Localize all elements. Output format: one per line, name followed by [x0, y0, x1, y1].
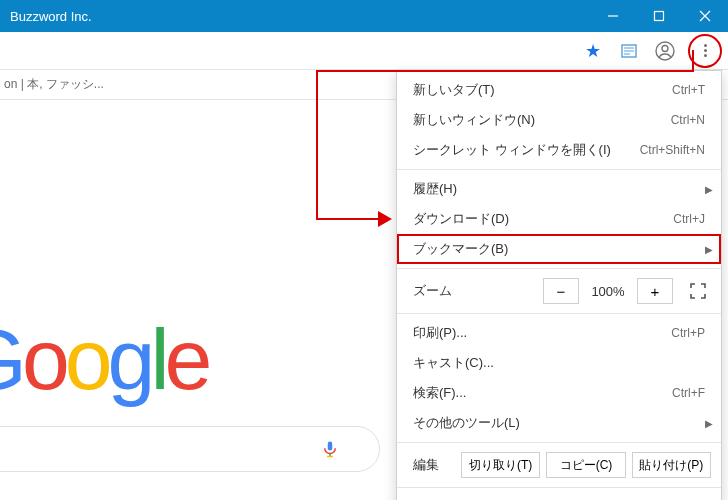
menu-separator: [397, 313, 721, 314]
menu-separator: [397, 442, 721, 443]
copy-button[interactable]: コピー(C): [546, 452, 625, 478]
menu-shortcut: Ctrl+J: [673, 212, 705, 226]
menu-label: 印刷(P)...: [413, 324, 671, 342]
menu-item-new-tab[interactable]: 新しいタブ(T) Ctrl+T: [397, 75, 721, 105]
menu-shortcut: Ctrl+P: [671, 326, 705, 340]
fullscreen-button[interactable]: [685, 278, 711, 304]
chevron-right-icon: ▶: [705, 184, 713, 195]
menu-shortcut: Ctrl+T: [672, 83, 705, 97]
menu-label: 編集: [413, 456, 455, 474]
menu-label: その他のツール(L): [413, 414, 705, 432]
browser-toolbar: ★: [0, 32, 728, 70]
menu-label: ダウンロード(D): [413, 210, 673, 228]
fullscreen-icon: [690, 283, 706, 299]
menu-item-edit: 編集 切り取り(T) コピー(C) 貼り付け(P): [397, 447, 721, 483]
menu-shortcut: Ctrl+Shift+N: [640, 143, 705, 157]
zoom-in-button[interactable]: +: [637, 278, 673, 304]
zoom-out-button[interactable]: −: [543, 278, 579, 304]
menu-item-incognito[interactable]: シークレット ウィンドウを開く(I) Ctrl+Shift+N: [397, 135, 721, 165]
menu-separator: [397, 268, 721, 269]
minimize-icon: [607, 10, 619, 22]
google-logo: Google: [0, 310, 207, 409]
menu-shortcut: Ctrl+F: [672, 386, 705, 400]
menu-item-zoom: ズーム − 100% +: [397, 273, 721, 309]
menu-separator: [397, 169, 721, 170]
window-titlebar: Buzzword Inc.: [0, 0, 728, 32]
close-icon: [699, 10, 711, 22]
menu-item-settings[interactable]: 設定(S): [397, 492, 721, 500]
paste-button[interactable]: 貼り付け(P): [632, 452, 711, 478]
chevron-right-icon: ▶: [705, 418, 713, 429]
chrome-main-menu: 新しいタブ(T) Ctrl+T 新しいウィンドウ(N) Ctrl+N シークレッ…: [396, 70, 722, 500]
close-button[interactable]: [682, 0, 728, 32]
menu-shortcut: Ctrl+N: [671, 113, 705, 127]
menu-item-more-tools[interactable]: その他のツール(L) ▶: [397, 408, 721, 438]
menu-label: 検索(F)...: [413, 384, 672, 402]
menu-label: 履歴(H): [413, 180, 705, 198]
maximize-button[interactable]: [636, 0, 682, 32]
bookmarks-bar-text[interactable]: on | 本, ファッシ...: [4, 76, 104, 93]
more-menu-button[interactable]: [688, 34, 722, 68]
zoom-value: 100%: [585, 284, 631, 299]
menu-label: 新しいウィンドウ(N): [413, 111, 671, 129]
bookmark-star-icon[interactable]: ★: [580, 38, 606, 64]
reader-icon[interactable]: [616, 38, 642, 64]
maximize-icon: [653, 10, 665, 22]
menu-separator: [397, 487, 721, 488]
svg-rect-1: [655, 12, 664, 21]
svg-point-9: [662, 45, 668, 51]
window-buttons: [590, 0, 728, 32]
menu-item-cast[interactable]: キャスト(C)...: [397, 348, 721, 378]
menu-label: シークレット ウィンドウを開く(I): [413, 141, 640, 159]
window-title: Buzzword Inc.: [10, 9, 590, 24]
menu-item-new-window[interactable]: 新しいウィンドウ(N) Ctrl+N: [397, 105, 721, 135]
menu-item-downloads[interactable]: ダウンロード(D) Ctrl+J: [397, 204, 721, 234]
menu-item-find[interactable]: 検索(F)... Ctrl+F: [397, 378, 721, 408]
menu-label: キャスト(C)...: [413, 354, 705, 372]
more-vertical-icon: [704, 42, 707, 59]
menu-item-bookmarks[interactable]: ブックマーク(B) ▶: [397, 234, 721, 264]
menu-item-history[interactable]: 履歴(H) ▶: [397, 174, 721, 204]
menu-label: 新しいタブ(T): [413, 81, 672, 99]
cut-button[interactable]: 切り取り(T): [461, 452, 540, 478]
google-search-input[interactable]: [0, 426, 380, 472]
profile-avatar[interactable]: [652, 38, 678, 64]
svg-rect-10: [328, 442, 333, 451]
menu-item-print[interactable]: 印刷(P)... Ctrl+P: [397, 318, 721, 348]
menu-label: ズーム: [413, 282, 537, 300]
chevron-right-icon: ▶: [705, 244, 713, 255]
minimize-button[interactable]: [590, 0, 636, 32]
microphone-icon[interactable]: [321, 440, 339, 458]
menu-label: ブックマーク(B): [413, 240, 705, 258]
